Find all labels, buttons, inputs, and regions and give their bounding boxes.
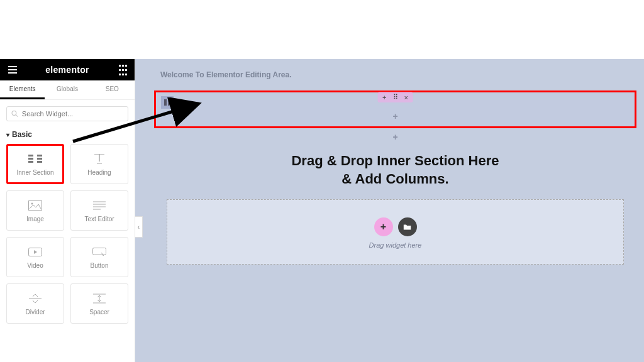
svg-rect-7 — [28, 161, 33, 163]
image-icon — [28, 199, 43, 212]
spacer-icon — [92, 292, 107, 305]
sidebar-header: elementor — [0, 59, 135, 80]
svg-rect-11 — [29, 200, 42, 210]
svg-rect-21 — [164, 99, 167, 106]
column-handle-icon[interactable] — [161, 96, 174, 109]
svg-point-12 — [31, 202, 33, 204]
section-controls: + ⠿ × — [377, 92, 413, 102]
svg-rect-18 — [93, 248, 106, 255]
svg-rect-10 — [37, 161, 42, 163]
button-icon — [92, 246, 107, 258]
menu-icon[interactable] — [5, 62, 20, 77]
widget-grid: Inner Section Heading Image Text Editor — [0, 141, 135, 326]
text-editor-icon — [92, 199, 107, 212]
widget-text-editor[interactable]: Text Editor — [70, 190, 128, 231]
search-box[interactable] — [6, 106, 128, 121]
search-icon — [11, 110, 18, 118]
drop-zone[interactable]: + Drag widget here — [167, 199, 624, 265]
folder-icon — [403, 223, 411, 231]
svg-rect-6 — [28, 158, 33, 160]
widget-label: Heading — [87, 169, 111, 176]
svg-point-3 — [12, 111, 16, 116]
search-input[interactable] — [22, 110, 123, 118]
widget-label: Spacer — [89, 309, 109, 315]
category-basic[interactable]: ▾ Basic — [0, 125, 135, 141]
widget-inner-section[interactable]: Inner Section — [6, 144, 64, 184]
heading-icon — [92, 153, 107, 165]
tab-elements[interactable]: Elements — [0, 80, 45, 99]
widget-label: Text Editor — [84, 216, 114, 222]
widget-image[interactable]: Image — [6, 190, 64, 231]
annotation-text: Drag & Drop Inner Section Here & Add Col… — [154, 152, 636, 188]
search-area — [0, 100, 135, 125]
divider-icon — [28, 292, 43, 305]
widget-button[interactable]: Button — [70, 237, 128, 277]
inner-section-icon — [28, 153, 43, 165]
video-icon — [28, 246, 43, 258]
widget-label: Divider — [25, 309, 45, 315]
dropzone-hint: Drag widget here — [167, 241, 623, 249]
canvas-intro: Welcome To Elementor Editing Area. — [160, 70, 636, 79]
add-section-button[interactable]: + — [374, 217, 393, 236]
widget-label: Image — [26, 216, 44, 222]
widget-video[interactable]: Video — [6, 237, 64, 277]
widget-label: Inner Section — [17, 169, 54, 176]
section-close-icon[interactable]: × — [404, 94, 408, 101]
canvas: ‹ Welcome To Elementor Editing Area. + ⠿… — [135, 59, 644, 362]
tab-globals[interactable]: Globals — [45, 80, 89, 99]
widget-heading[interactable]: Heading — [70, 144, 128, 184]
section-placeholder[interactable]: + ⠿ × + — [154, 90, 636, 128]
widget-divider[interactable]: Divider — [6, 283, 64, 324]
tab-seo[interactable]: SEO — [90, 80, 135, 99]
template-library-button[interactable] — [398, 217, 417, 236]
add-widget-plus[interactable]: + — [161, 111, 630, 121]
svg-rect-9 — [37, 158, 42, 160]
svg-rect-22 — [168, 99, 170, 106]
add-section-plus[interactable]: + — [154, 132, 636, 142]
svg-rect-5 — [28, 155, 33, 156]
widget-spacer[interactable]: Spacer — [70, 283, 128, 324]
widget-label: Button — [91, 262, 109, 269]
caret-down-icon: ▾ — [6, 131, 9, 138]
category-label: Basic — [12, 130, 32, 139]
sidebar: elementor Elements Globals SEO ▾ Basic — [0, 59, 135, 362]
svg-line-4 — [16, 115, 18, 117]
section-add-icon[interactable]: + — [382, 94, 386, 101]
brand-label: elementor — [20, 65, 114, 75]
sidebar-tabs: Elements Globals SEO — [0, 80, 135, 100]
svg-rect-8 — [37, 155, 42, 156]
widget-label: Video — [27, 262, 43, 269]
apps-grid-icon[interactable] — [114, 62, 130, 77]
sidebar-collapse-toggle[interactable]: ‹ — [135, 216, 143, 238]
section-drag-handle-icon[interactable]: ⠿ — [393, 93, 398, 101]
